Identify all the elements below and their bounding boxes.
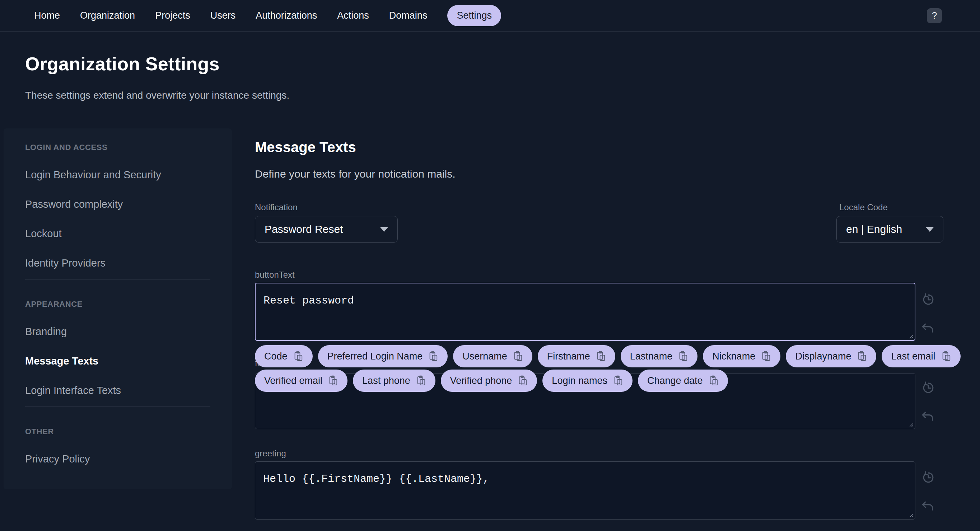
locale-code-label: Locale Code [839, 202, 888, 212]
page-header: Organization Settings These settings ext… [25, 53, 290, 101]
clipboard-icon [596, 350, 607, 362]
notification-label: Notification [255, 202, 298, 212]
chip-label: Nickname [712, 351, 755, 362]
variable-chip-verified-phone[interactable]: Verified phone [441, 369, 538, 392]
chip-label: Verified phone [450, 375, 512, 387]
locale-code-select[interactable]: en | English [837, 216, 943, 243]
clipboard-icon [428, 350, 439, 362]
clipboard-icon [513, 350, 524, 362]
variable-chip-login-names[interactable]: Login names [542, 369, 633, 392]
clipboard-icon [293, 350, 304, 362]
sidebar-item-lockout[interactable]: Lockout [25, 227, 62, 240]
chevron-down-icon [926, 227, 934, 232]
locale-select-value: en | English [846, 223, 919, 235]
chip-label: Last email [891, 351, 935, 362]
undo-button[interactable] [920, 499, 937, 516]
sidebar-divider [25, 279, 210, 279]
sidebar-divider [25, 406, 210, 407]
variable-chip-last-email[interactable]: Last email [881, 345, 960, 368]
sidebar-item-branding[interactable]: Branding [25, 325, 67, 338]
variable-chips-row-1: Code Preferred Login Name Username First… [255, 345, 961, 368]
variable-chip-change-date[interactable]: Change date [638, 369, 728, 392]
section-subtitle: Define your texts for your notication ma… [255, 168, 455, 180]
clipboard-icon [416, 375, 427, 387]
chip-label: Lastname [630, 351, 673, 362]
variable-chip-username[interactable]: Username [453, 345, 532, 368]
clipboard-icon [941, 350, 952, 362]
chip-label: Displayname [795, 351, 851, 362]
chip-label: Login names [552, 375, 608, 387]
variable-chip-verified-email[interactable]: Verified email [255, 369, 347, 392]
nav-item-organization[interactable]: Organization [80, 10, 135, 21]
chip-label: Change date [647, 375, 703, 387]
nav-item-projects[interactable]: Projects [155, 10, 190, 21]
page-title: Organization Settings [25, 53, 290, 74]
restore-default-button[interactable] [920, 291, 937, 309]
variable-chip-displayname[interactable]: Displayname [786, 345, 876, 368]
sidebar-item-identity-providers[interactable]: Identity Providers [25, 257, 105, 269]
variable-chip-nickname[interactable]: Nickname [703, 345, 780, 368]
nav-item-home[interactable]: Home [34, 10, 60, 21]
undo-button[interactable] [920, 321, 937, 338]
resize-handle-icon[interactable] [907, 421, 914, 428]
clipboard-icon [518, 375, 528, 387]
clipboard-icon [678, 350, 689, 362]
clipboard-icon [709, 375, 719, 387]
undo-icon [920, 409, 936, 425]
notification-select-value: Password Reset [264, 223, 373, 235]
restore-default-button[interactable] [920, 469, 937, 487]
variable-chip-preferred-login-name[interactable]: Preferred Login Name [318, 345, 448, 368]
clipboard-icon [328, 375, 339, 387]
variable-chips-row-2: Verified email Last phone Verified phone… [255, 369, 728, 392]
clipboard-icon [613, 375, 624, 387]
variable-chip-lastname[interactable]: Lastname [620, 345, 698, 368]
history-restore-icon [920, 292, 936, 308]
page-subtitle: These settings extend and overwrite your… [25, 90, 290, 101]
chip-label: Code [264, 351, 288, 362]
undo-icon [920, 321, 936, 337]
clipboard-icon [857, 350, 868, 362]
chip-label: Username [462, 351, 507, 362]
resize-handle-icon[interactable] [907, 512, 914, 518]
nav-item-users[interactable]: Users [210, 10, 236, 21]
variable-chip-code[interactable]: Code [255, 345, 313, 368]
buttontext-field: Reset password [255, 283, 915, 341]
chip-label: Verified email [264, 375, 322, 387]
sidebar-section-appearance: APPEARANCE [25, 300, 210, 309]
greeting-textarea[interactable]: Hello {{.FirstName}} {{.LastName}}, [255, 461, 915, 520]
greeting-label: greeting [255, 449, 286, 458]
chip-label: Preferred Login Name [328, 351, 423, 362]
section-title: Message Texts [255, 139, 356, 155]
variable-chip-last-phone[interactable]: Last phone [353, 369, 436, 392]
greeting-field: Hello {{.FirstName}} {{.LastName}}, [255, 461, 915, 520]
chevron-down-icon [380, 227, 388, 232]
history-restore-icon [920, 380, 936, 396]
chip-label: Last phone [362, 375, 410, 387]
sidebar-item-login-interface-texts[interactable]: Login Interface Texts [25, 384, 121, 396]
sidebar-section-login-and-access: LOGIN AND ACCESS [25, 143, 210, 152]
buttontext-textarea[interactable]: Reset password [255, 283, 915, 341]
message-texts-panel: Message Texts Define your texts for your… [255, 0, 958, 531]
undo-icon [920, 499, 936, 515]
resize-handle-icon[interactable] [907, 333, 914, 339]
sidebar-item-privacy-policy[interactable]: Privacy Policy [25, 453, 90, 465]
sidebar-item-message-texts-active[interactable]: Message Texts [25, 355, 99, 367]
sidebar-item-password-complexity[interactable]: Password complexity [25, 198, 123, 210]
chip-label: Firstname [547, 351, 590, 362]
restore-default-button[interactable] [920, 380, 937, 397]
notification-select[interactable]: Password Reset [255, 216, 398, 243]
history-restore-icon [920, 470, 936, 485]
settings-sidebar: LOGIN AND ACCESS Login Behaviour and Sec… [3, 128, 232, 490]
undo-button[interactable] [920, 409, 937, 426]
clipboard-icon [761, 350, 772, 362]
sidebar-section-other: OTHER [25, 427, 210, 436]
buttontext-label: buttonText [255, 270, 295, 280]
sidebar-item-login-behaviour-and-security[interactable]: Login Behaviour and Security [25, 169, 161, 181]
variable-chip-firstname[interactable]: Firstname [538, 345, 615, 368]
